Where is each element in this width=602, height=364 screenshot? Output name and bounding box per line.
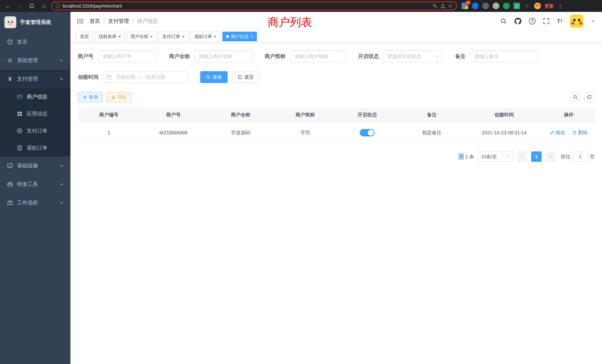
full-name-input[interactable] bbox=[194, 50, 253, 62]
sidebar: 芋道管理系统 首页 系统管理 ¥ 支付管理 bbox=[0, 12, 70, 364]
close-icon[interactable]: × bbox=[118, 34, 121, 39]
status-select[interactable]: 请选择开启状态 bbox=[383, 50, 443, 62]
key-icon[interactable] bbox=[432, 3, 438, 9]
update-extension-button[interactable]: 更新 bbox=[545, 3, 554, 9]
extension-icon[interactable] bbox=[493, 3, 499, 9]
extension-icon[interactable] bbox=[472, 3, 479, 9]
tab-label: 支付订单 bbox=[162, 33, 180, 40]
forward-button[interactable]: → bbox=[16, 1, 24, 10]
end-date-input[interactable] bbox=[144, 74, 167, 80]
reset-button[interactable]: 重置 bbox=[232, 71, 259, 83]
close-icon[interactable]: × bbox=[182, 34, 185, 39]
date-range-picker[interactable]: - bbox=[103, 71, 188, 83]
sidebar-item-devtools[interactable]: 研发工具 bbox=[0, 175, 70, 193]
search-icon bbox=[573, 95, 578, 99]
share-icon[interactable] bbox=[440, 3, 445, 9]
page-size-value: 10条/页 bbox=[481, 154, 497, 160]
user-avatar[interactable] bbox=[570, 14, 583, 28]
browser-menu-icon[interactable]: ⋮ bbox=[558, 3, 563, 9]
sidebar-item-pay-order[interactable]: 支付订单 bbox=[0, 122, 70, 139]
reload-button[interactable] bbox=[27, 1, 36, 10]
page-size-select[interactable]: 10条/页 bbox=[478, 151, 513, 162]
chevron-down-icon bbox=[59, 182, 64, 186]
cell-merchant-no: M233666999 bbox=[140, 122, 207, 143]
tab-label: 流程表单 bbox=[99, 33, 116, 40]
tab-process-form[interactable]: 流程表单 × bbox=[95, 32, 125, 41]
extension-icon[interactable] bbox=[524, 3, 530, 9]
tab-home[interactable]: 首页 bbox=[76, 32, 93, 41]
tab-pay-order[interactable]: 支付订单 × bbox=[159, 32, 188, 41]
extension-icon[interactable] bbox=[513, 3, 520, 9]
bookmark-star-icon[interactable]: ☆ bbox=[448, 3, 453, 9]
tab-merchant-info[interactable]: 商户信息 × bbox=[222, 32, 257, 41]
column-header: 商户简称 bbox=[274, 107, 336, 122]
close-icon[interactable]: × bbox=[150, 34, 153, 39]
remark-input[interactable] bbox=[470, 50, 539, 62]
prev-page-button[interactable] bbox=[517, 151, 527, 162]
column-header: 商户全称 bbox=[207, 107, 274, 122]
reset-button-label: 重置 bbox=[244, 74, 254, 80]
user-menu-caret-icon[interactable] bbox=[591, 19, 595, 23]
goto-page-input[interactable] bbox=[573, 151, 588, 162]
search-button[interactable]: 搜索 bbox=[200, 71, 228, 83]
cell-remark: 我是备注 bbox=[398, 122, 465, 143]
refresh-table-button[interactable] bbox=[584, 92, 595, 102]
tab-user-group[interactable]: 用户分组 × bbox=[127, 32, 156, 41]
yen-icon: ¥ bbox=[7, 76, 13, 83]
breadcrumb-payment[interactable]: 支付管理 bbox=[108, 18, 129, 25]
merchant-no-input[interactable] bbox=[98, 50, 157, 62]
back-button[interactable]: ← bbox=[4, 1, 13, 10]
cell-short-name: 芋艿 bbox=[274, 122, 336, 143]
page-number-button[interactable]: 1 bbox=[531, 151, 542, 162]
sidebar-item-home[interactable]: 首页 bbox=[0, 33, 70, 51]
sidebar-item-refund-order[interactable]: 退款订单 bbox=[0, 139, 70, 156]
briefcase-icon bbox=[7, 200, 13, 205]
edit-icon bbox=[550, 130, 554, 135]
sidebar-item-system[interactable]: 系统管理 bbox=[0, 51, 70, 70]
cell-actions: 修改 删除 bbox=[543, 122, 595, 143]
next-page-button[interactable] bbox=[545, 151, 556, 162]
filter-row-2: 创建时间 - 搜索 bbox=[78, 71, 595, 83]
sidebar-item-workflow[interactable]: 工作流程 bbox=[0, 193, 70, 212]
chevron-down-icon bbox=[59, 201, 64, 205]
close-icon[interactable]: × bbox=[251, 34, 253, 39]
tab-refund-order[interactable]: 退款订单 × bbox=[191, 32, 220, 41]
delete-link[interactable]: 删除 bbox=[572, 129, 588, 136]
github-icon[interactable] bbox=[514, 17, 522, 25]
export-button[interactable]: 导出 bbox=[106, 92, 131, 102]
short-name-input[interactable] bbox=[290, 50, 346, 62]
filter-label: 开启状态 bbox=[358, 53, 379, 60]
extension-icon[interactable]: 10 bbox=[462, 3, 468, 9]
font-size-icon[interactable]: TT bbox=[557, 18, 563, 25]
info-icon[interactable]: ⓘ bbox=[56, 3, 60, 9]
refresh-icon bbox=[238, 75, 242, 79]
start-date-input[interactable] bbox=[114, 74, 138, 80]
extension-icon[interactable] bbox=[503, 3, 510, 9]
collapse-sidebar-icon[interactable] bbox=[77, 18, 84, 24]
status-toggle[interactable] bbox=[360, 129, 375, 136]
edit-link[interactable]: 修改 bbox=[550, 129, 565, 136]
app-logo[interactable]: 芋道管理系统 bbox=[0, 12, 70, 33]
sidebar-item-label: 商户信息 bbox=[27, 93, 47, 100]
toggle-search-button[interactable] bbox=[570, 92, 580, 102]
breadcrumb-home[interactable]: 首页 bbox=[90, 18, 100, 25]
sidebar-item-payment[interactable]: ¥ 支付管理 bbox=[0, 70, 70, 88]
page-annotation: 商户列表 bbox=[268, 15, 312, 30]
extension-icon[interactable] bbox=[534, 3, 541, 9]
search-icon[interactable] bbox=[500, 18, 507, 24]
url-bar[interactable]: ⓘ localhost:1024/pay/merchant ☆ bbox=[51, 1, 457, 10]
sidebar-item-app-info[interactable]: 应用信息 bbox=[0, 105, 70, 122]
help-icon[interactable]: ? bbox=[529, 18, 536, 24]
sidebar-item-infra[interactable]: 基础设施 bbox=[0, 156, 70, 175]
filter-label: 商户全称 bbox=[169, 53, 190, 60]
sidebar-item-merchant-info[interactable]: 商户信息 bbox=[0, 88, 70, 105]
extension-icon[interactable] bbox=[482, 3, 489, 9]
chevron-down-icon bbox=[59, 58, 64, 63]
fullscreen-icon[interactable] bbox=[543, 18, 549, 24]
home-button[interactable]: ⌂ bbox=[39, 1, 48, 10]
close-icon[interactable]: × bbox=[214, 34, 216, 39]
add-button[interactable]: 新增 bbox=[78, 92, 103, 102]
calendar-icon bbox=[106, 75, 112, 80]
table-header-row: 商户编号 商户号 商户全称 商户简称 开启状态 备注 创建时间 操作 bbox=[78, 107, 595, 122]
app-title: 芋道管理系统 bbox=[20, 19, 51, 26]
